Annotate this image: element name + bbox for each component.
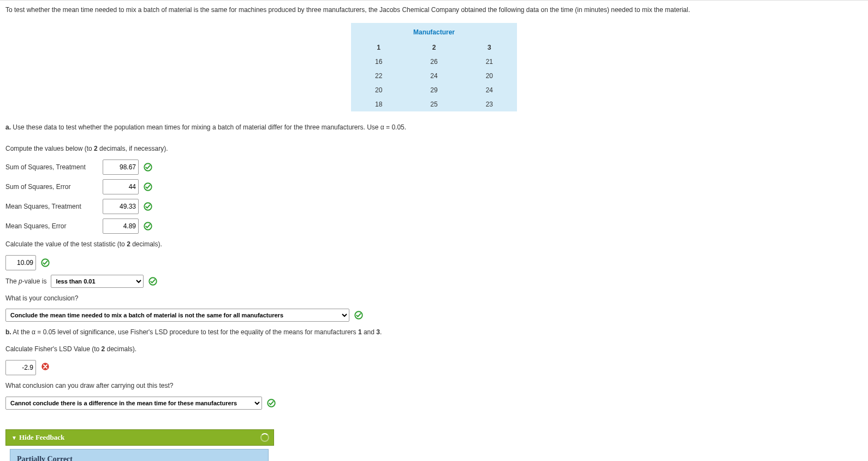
lsd-input[interactable] (5, 360, 36, 375)
check-icon (143, 221, 153, 231)
feedback-status: Partially Correct (10, 449, 269, 461)
test-statistic-input[interactable] (5, 255, 36, 270)
part-a-lead: a. (5, 123, 11, 131)
sst-input[interactable] (103, 159, 139, 175)
mse-input[interactable] (103, 218, 139, 234)
check-icon (143, 202, 153, 211)
check-icon (40, 258, 50, 268)
table-row: 162621 (351, 55, 517, 69)
mst-label: Mean Squares, Treatment (5, 203, 98, 210)
part-a-text: a. Use these data to test whether the po… (5, 121, 863, 134)
check-icon (354, 310, 364, 320)
data-table: Manufacturer 1 2 3 162621 222420 202924 … (351, 23, 517, 111)
check-icon (148, 276, 158, 286)
triangle-down-icon: ▼ (11, 435, 17, 441)
pvalue-label: The p-value is (5, 277, 46, 285)
compute-instruction: Compute the values below (to 2 decimals,… (5, 143, 863, 155)
table-row: 202924 (351, 83, 517, 97)
calc-lsd-label: Calculate Fisher's LSD Value (to 2 decim… (5, 343, 863, 356)
spinner-icon (260, 433, 269, 442)
conclusion-b-select[interactable]: Cannot conclude there is a difference in… (5, 397, 262, 410)
problem-prompt: To test whether the mean time needed to … (5, 5, 863, 15)
mst-input[interactable] (103, 199, 139, 214)
sse-input[interactable] (103, 179, 139, 194)
sst-label: Sum of Squares, Treatment (5, 163, 98, 171)
conclusion-a-select[interactable]: Conclude the mean time needed to mix a b… (5, 309, 349, 322)
table-header: Manufacturer (351, 23, 517, 40)
col-3: 3 (462, 40, 517, 55)
table-row: 222420 (351, 69, 517, 83)
part-b-text: b. At the α = 0.05 level of significance… (5, 326, 863, 339)
incorrect-icon (40, 362, 50, 373)
conclusion-b-label: What conclusion can you draw after carry… (5, 380, 863, 392)
pvalue-select[interactable]: less than 0.01 (51, 275, 144, 288)
calc-test-statistic-label: Calculate the value of the test statisti… (5, 238, 863, 251)
part-b-lead: b. (5, 328, 11, 336)
hide-feedback-button[interactable]: ▼Hide Feedback (5, 429, 274, 446)
check-icon (143, 182, 153, 192)
table-row: 182523 (351, 97, 517, 111)
check-icon (143, 162, 153, 172)
check-icon (266, 398, 276, 408)
col-1: 1 (351, 40, 406, 55)
sse-label: Sum of Squares, Error (5, 183, 98, 191)
table-col-header: 1 2 3 (351, 40, 517, 55)
conclusion-a-label: What is your conclusion? (5, 292, 863, 305)
feedback-header-label: Hide Feedback (19, 433, 64, 441)
col-2: 2 (406, 40, 461, 55)
mse-label: Mean Squares, Error (5, 222, 98, 230)
